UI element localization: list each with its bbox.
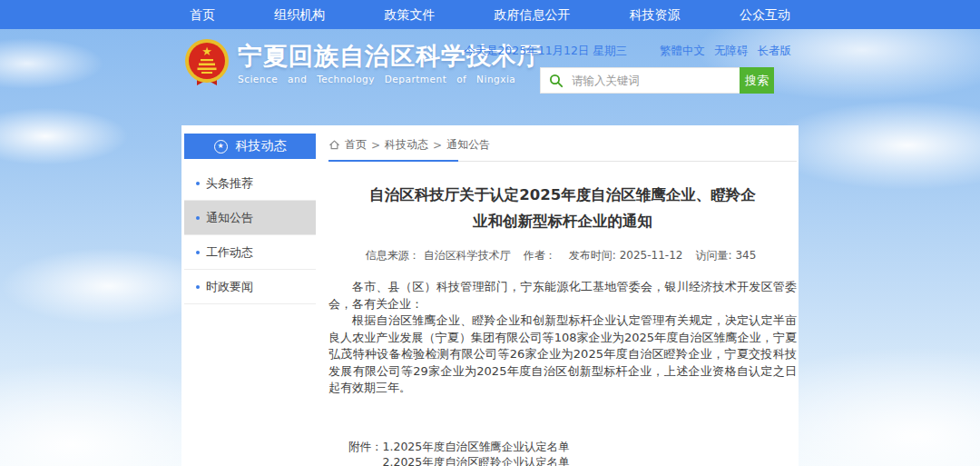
nav-item-organization[interactable]: 组织机构	[274, 0, 325, 29]
attachment-link-eagle-list[interactable]: 1.2025年度自治区雏鹰企业认定名单	[383, 439, 604, 455]
star-circle-icon: ★	[214, 140, 228, 154]
article-paragraph: 根据自治区雏鹰企业、瞪羚企业和创新型标杆企业认定管理有关规定，决定认定半亩良人农…	[328, 312, 797, 397]
accessibility-link[interactable]: 无障碍	[714, 44, 749, 59]
meta-time-value: 2025-11-12	[620, 249, 683, 262]
bullet-dot-icon	[196, 251, 200, 254]
bullet-dot-icon	[196, 216, 200, 220]
current-date: 今天是2025年11月12日 星期三	[464, 44, 627, 59]
bullet-dot-icon	[196, 285, 200, 289]
sidebar-item-notices[interactable]: 通知公告	[184, 201, 316, 235]
meta-author-label: 作者：	[524, 249, 556, 262]
bullet-dot-icon	[196, 182, 200, 185]
nav-item-home[interactable]: 首页	[190, 0, 215, 29]
sidebar-item-work-news[interactable]: 工作动态	[184, 235, 316, 270]
breadcrumb-separator: >	[371, 139, 380, 152]
lang-traditional-chinese-link[interactable]: 繁體中文	[660, 44, 705, 59]
site-name-english: Science and Technology Department of Nin…	[238, 74, 543, 84]
sidebar-title: 科技动态	[236, 138, 287, 154]
svg-text:★: ★	[201, 45, 212, 58]
sidebar-item-current-politics[interactable]: 时政要闻	[184, 270, 316, 304]
sidebar-item-label: 时政要闻	[206, 280, 253, 293]
meta-views-value: 345	[735, 249, 756, 262]
meta-views-label: 访问量:	[695, 249, 731, 262]
breadcrumb-category-link[interactable]: 科技动态	[385, 137, 428, 153]
elder-version-link[interactable]: 长者版	[758, 44, 792, 59]
search-bar: 搜索	[540, 67, 774, 94]
site-header-inner: ★ 宁夏回族自治区科学技术厅 Science and Technology De…	[181, 29, 799, 125]
breadcrumb-home-link[interactable]: 首页	[345, 137, 367, 153]
attachments-label: 附件：	[348, 439, 383, 466]
meta-source-value: 自治区科学技术厅	[424, 249, 511, 262]
search-icon	[549, 74, 564, 88]
home-icon	[328, 139, 340, 151]
sidebar-item-label: 通知公告	[206, 211, 253, 224]
sidebar-item-label: 工作动态	[206, 245, 253, 259]
search-button[interactable]: 搜索	[740, 67, 774, 94]
search-box	[540, 67, 740, 94]
attachments-list: 1.2025年度自治区雏鹰企业认定名单 2.2025年度自治区瞪羚企业认定名单 …	[383, 439, 604, 466]
site-header: ★ 宁夏回族自治区科学技术厅 Science and Technology De…	[0, 29, 980, 125]
nav-item-policy-documents[interactable]: 政策文件	[384, 0, 435, 29]
nav-item-gov-info-disclosure[interactable]: 政府信息公开	[495, 0, 571, 29]
attachment-link-gazelle-list[interactable]: 2.2025年度自治区瞪羚企业认定名单	[383, 454, 604, 466]
nav-item-sci-tech-resources[interactable]: 科技资源	[630, 0, 681, 29]
breadcrumb-separator: >	[433, 139, 442, 152]
breadcrumb-current: 通知公告	[446, 137, 490, 153]
nav-item-public-interaction[interactable]: 公众互动	[740, 0, 790, 29]
header-utility-bar: 今天是2025年11月12日 星期三 繁體中文 无障碍 长者版	[464, 44, 791, 59]
meta-time-label: 发布时间:	[569, 249, 616, 262]
article-paragraph: 各市、县（区）科技管理部门，宁东能源化工基地管委会，银川经济技术开发区管委会，各…	[328, 279, 797, 312]
breadcrumb: 首页 > 科技动态 > 通知公告	[328, 125, 797, 162]
sidebar-list: 头条推荐 通知公告 工作动态 时政要闻	[184, 166, 316, 304]
article-meta: 信息来源：自治区科学技术厅作者：发布时间:2025-11-12访问量:345	[328, 248, 797, 263]
content-card: ★ 科技动态 头条推荐 通知公告 工作动态 时政要闻 首页 > 科技动	[181, 125, 799, 466]
national-emblem-logo: ★	[184, 38, 230, 89]
sidebar: ★ 科技动态 头条推荐 通知公告 工作动态 时政要闻	[184, 125, 316, 466]
attachments-block: 附件： 1.2025年度自治区雏鹰企业认定名单 2.2025年度自治区瞪羚企业认…	[348, 439, 797, 466]
meta-source-label: 信息来源：	[366, 249, 420, 262]
sidebar-item-headlines[interactable]: 头条推荐	[184, 166, 316, 201]
sidebar-header: ★ 科技动态	[184, 134, 316, 159]
top-navbar-inner: 首页 组织机构 政策文件 政府信息公开 科技资源 公众互动	[177, 0, 803, 29]
article-title: 自治区科技厅关于认定2025年度自治区雏鹰企业、瞪羚企业和创新型标杆企业的通知	[367, 182, 759, 234]
top-navbar: 首页 组织机构 政策文件 政府信息公开 科技资源 公众互动	[0, 0, 980, 29]
article-body: 各市、县（区）科技管理部门，宁东能源化工基地管委会，银川经济技术开发区管委会，各…	[328, 279, 797, 397]
search-input[interactable]	[570, 73, 740, 88]
main-content: 首页 > 科技动态 > 通知公告 自治区科技厅关于认定2025年度自治区雏鹰企业…	[316, 125, 799, 466]
sidebar-item-label: 头条推荐	[206, 176, 253, 190]
